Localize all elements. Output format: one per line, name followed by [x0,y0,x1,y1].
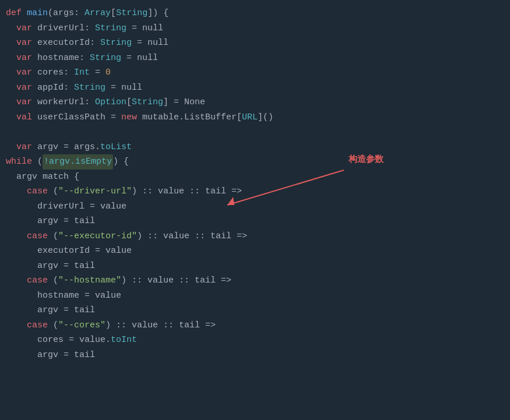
code-line-24: argv = tail [0,348,510,363]
code-line-5: var cores: Int = 0 [0,65,510,80]
code-line-22: case ("--cores") :: value :: tail => [0,318,510,333]
code-line-16: case ("--executor-id") :: value :: tail … [0,229,510,244]
code-line-2: var driverUrl: String = null [0,21,510,36]
code-line-20: hostname = value [0,288,510,303]
code-line-11: while (!argv.isEmpty) { [0,154,510,170]
code-line-21: argv = tail [0,303,510,318]
code-line-15: argv = tail [0,214,510,229]
code-line-18: argv = tail [0,259,510,274]
code-line-19: case ("--hostname") :: value :: tail => [0,273,510,288]
code-line-3: var executorId: String = null [0,36,510,51]
code-line-23: cores = value.toInt [0,333,510,348]
code-line-empty [0,125,510,140]
code-block: def main(args: Array[String]) { var driv… [0,0,510,368]
code-line-1: def main(args: Array[String]) { [0,6,510,21]
code-line-17: executorId = value [0,243,510,259]
code-line-8: val userClassPath = new mutable.ListBuff… [0,110,510,125]
code-line-4: var hostname: String = null [0,51,510,66]
code-line-7: var workerUrl: Option[String] = None [0,95,510,110]
code-line-13: case ("--driver-url") :: value :: tail =… [0,184,510,199]
code-line-6: var appId: String = null [0,80,510,96]
code-line-14: driverUrl = value [0,199,510,214]
code-line-12: argv match { [0,170,510,185]
code-line-10: var argv = args.toList [0,140,510,155]
